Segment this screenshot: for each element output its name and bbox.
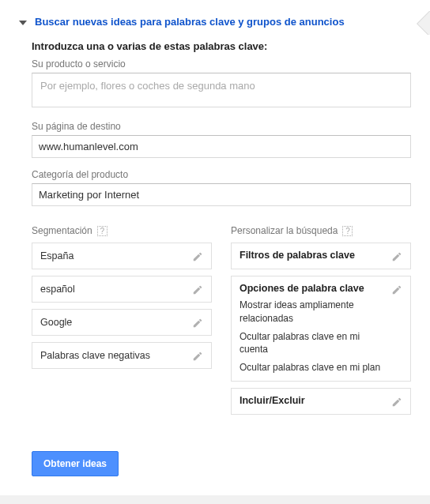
category-input[interactable] xyxy=(32,183,411,206)
targeting-language[interactable]: español xyxy=(32,276,212,303)
chevron-down-icon xyxy=(19,21,27,25)
pencil-icon xyxy=(391,284,402,295)
pencil-icon xyxy=(391,251,402,262)
box-sub: Ocultar palabras clave en mi plan xyxy=(240,361,387,374)
category-field-group: Categoría del producto xyxy=(32,169,411,206)
pencil-icon xyxy=(192,284,203,295)
targeting-location[interactable]: España xyxy=(32,243,212,269)
customize-title-row: Personalizar la búsqueda ? xyxy=(231,225,411,236)
keyword-options-box[interactable]: Opciones de palabra clave Mostrar ideas … xyxy=(231,276,411,382)
targeting-title-row: Segmentación ? xyxy=(32,225,212,236)
targeting-item-label: Palabras clave negativas xyxy=(40,350,150,361)
landing-input[interactable] xyxy=(32,135,411,158)
box-sub: Mostrar ideas ampliamente relacionadas xyxy=(240,299,387,325)
help-icon[interactable]: ? xyxy=(342,226,353,236)
accordion-title: Buscar nuevas ideas para palabras clave … xyxy=(35,16,345,28)
targeting-negative-keywords[interactable]: Palabras clave negativas xyxy=(32,342,212,369)
section-heading: Introduzca una o varias de estas palabra… xyxy=(32,40,411,52)
customize-title: Personalizar la búsqueda xyxy=(231,225,338,236)
targeting-title: Segmentación xyxy=(32,225,92,236)
pencil-icon xyxy=(192,318,203,329)
targeting-item-label: español xyxy=(40,284,75,295)
pencil-icon xyxy=(192,351,203,362)
keyword-planner-panel: Buscar nuevas ideas para palabras clave … xyxy=(0,0,430,495)
box-title: Opciones de palabra clave xyxy=(240,283,387,294)
options-columns: Segmentación ? España español Google Pal… xyxy=(32,225,411,421)
help-icon[interactable]: ? xyxy=(97,226,108,236)
box-title: Incluir/Excluir xyxy=(240,395,387,406)
customize-column: Personalizar la búsqueda ? Filtros de pa… xyxy=(231,225,411,421)
include-exclude-box[interactable]: Incluir/Excluir xyxy=(231,388,411,415)
keyword-filters-box[interactable]: Filtros de palabras clave xyxy=(231,243,411,269)
pencil-icon xyxy=(192,251,203,262)
targeting-network[interactable]: Google xyxy=(32,309,212,336)
product-input[interactable] xyxy=(32,73,411,107)
box-title: Filtros de palabras clave xyxy=(240,250,387,261)
targeting-column: Segmentación ? España español Google Pal… xyxy=(32,225,212,421)
product-field-group: Su producto o servicio xyxy=(32,58,411,110)
targeting-item-label: Google xyxy=(40,317,72,328)
accordion-header[interactable]: Buscar nuevas ideas para palabras clave … xyxy=(19,16,411,28)
landing-label: Su página de destino xyxy=(32,121,411,132)
get-ideas-button[interactable]: Obtener ideas xyxy=(32,451,119,476)
box-sub: Ocultar palabras clave en mi cuenta xyxy=(240,330,387,357)
product-label: Su producto o servicio xyxy=(32,58,411,70)
landing-field-group: Su página de destino xyxy=(32,121,411,158)
category-label: Categoría del producto xyxy=(32,169,411,180)
pencil-icon xyxy=(391,397,402,408)
targeting-item-label: España xyxy=(40,250,74,261)
callout-arrow xyxy=(416,11,430,35)
